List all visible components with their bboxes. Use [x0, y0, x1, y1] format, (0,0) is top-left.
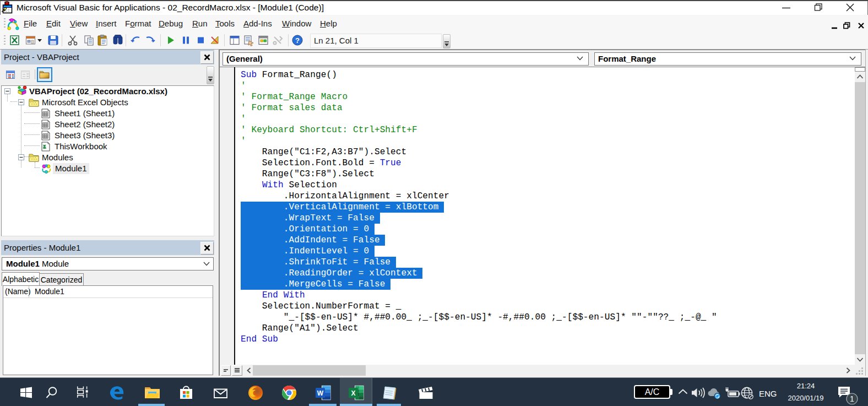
svg-text:W: W — [317, 389, 324, 397]
svg-text:1: 1 — [850, 394, 854, 403]
svg-text:X: X — [351, 389, 355, 397]
svg-text:?: ? — [295, 36, 300, 45]
